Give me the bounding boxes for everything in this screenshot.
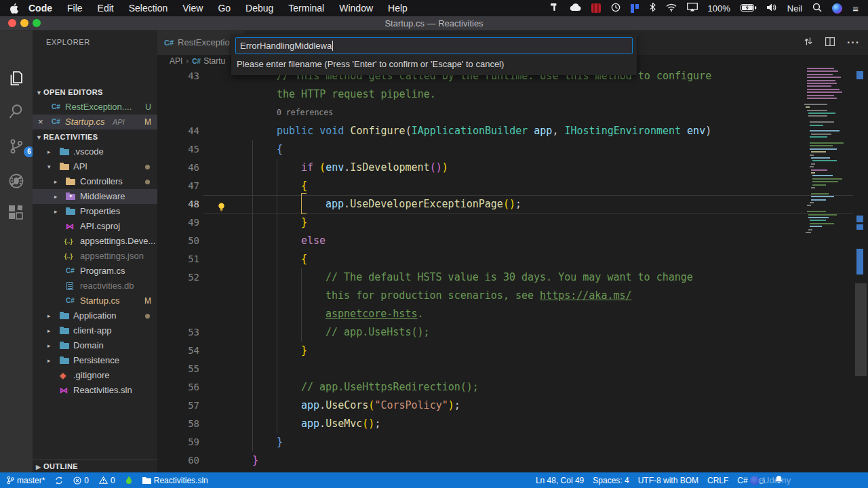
tree-item-middleware[interactable]: ▸✦Middleware	[33, 189, 157, 204]
code-line-45[interactable]: 45{	[157, 140, 853, 159]
folder-icon	[66, 209, 75, 215]
wifi-icon[interactable]	[666, 3, 677, 14]
open-editor-restexception[interactable]: C#RestException....U	[33, 100, 157, 115]
warnings-count[interactable]: 0	[99, 476, 115, 485]
menu-terminal[interactable]: Terminal	[281, 3, 332, 14]
bluetooth-icon[interactable]	[650, 3, 656, 14]
code-line-58[interactable]: 58app.UseMvc();	[157, 415, 853, 433]
code-line-51[interactable]: 51{	[157, 250, 853, 268]
code-line-53[interactable]: 53// app.UseHsts();	[157, 323, 853, 342]
line-number: 55	[157, 360, 199, 378]
code-line-59[interactable]: 59}	[157, 433, 853, 451]
code-line-wrap[interactable]: 0 references	[157, 104, 853, 122]
menu-view[interactable]: View	[175, 3, 210, 14]
file-encoding[interactable]: UTF-8 with BOM	[638, 476, 698, 485]
compare-changes-icon[interactable]	[804, 37, 813, 49]
code-line-49[interactable]: 49}	[157, 214, 853, 232]
tree-item-client-app[interactable]: ▸client-app	[33, 323, 157, 338]
cursor-position[interactable]: Ln 48, Col 49	[536, 476, 584, 485]
code-editor[interactable]: 43// This method gets called by the runt…	[157, 67, 853, 470]
volume-icon[interactable]	[767, 3, 777, 14]
tree-twisty-icon: ▸	[47, 323, 51, 338]
editor-scrollbar[interactable]	[855, 283, 867, 376]
menu-window[interactable]: Window	[332, 3, 380, 14]
tree-item-vscode[interactable]: ▸.vscode	[33, 144, 157, 159]
menu-edit[interactable]: Edit	[90, 3, 121, 14]
menu-selection[interactable]: Selection	[121, 3, 176, 14]
tree-item-appsettings-json[interactable]: {..}appsettings.json	[33, 249, 157, 264]
cloud-icon[interactable]	[569, 3, 581, 14]
siri-icon[interactable]	[832, 3, 842, 14]
open-editors-section-header[interactable]: ▼OPEN EDITORS	[33, 85, 157, 100]
code-line-57[interactable]: 57app.UseCors("CorsPolicy");	[157, 396, 853, 415]
more-actions-icon[interactable]: ···	[847, 37, 860, 49]
tree-item-program-cs[interactable]: C#Program.cs	[33, 264, 157, 279]
code-line-50[interactable]: 50else	[157, 232, 853, 250]
red-app-icon[interactable]	[591, 3, 601, 13]
code-line-wrap[interactable]: aspnetcore-hsts.	[157, 305, 853, 323]
line-number: 56	[157, 378, 199, 396]
line-number: 46	[157, 159, 199, 177]
end-of-line-setting[interactable]: CRLF	[707, 476, 728, 485]
code-line-52[interactable]: 52// The default HSTS value is 30 days. …	[157, 268, 853, 287]
source-control-icon[interactable]: 6	[7, 138, 25, 155]
time-machine-icon[interactable]	[611, 3, 620, 14]
tree-item-appsettings-deve[interactable]: {..}appsettings.Deve...	[33, 234, 157, 249]
language-mode[interactable]: C#	[737, 476, 747, 485]
extensions-icon[interactable]	[7, 205, 25, 222]
tree-item-api[interactable]: ▾API	[33, 159, 157, 174]
search-icon[interactable]	[7, 102, 25, 120]
tree-item-reactivities-sln[interactable]: ⋈Reactivities.sln	[33, 383, 157, 398]
battery-icon[interactable]	[741, 3, 757, 14]
debug-icon[interactable]	[7, 172, 25, 190]
line-number: 52	[157, 268, 199, 287]
explorer-icon[interactable]	[7, 70, 25, 87]
code-line-47[interactable]: 47{	[157, 177, 853, 195]
menu-debug[interactable]: Debug	[238, 3, 281, 14]
menu-code[interactable]: Code	[21, 3, 60, 14]
tree-item-gitignore[interactable]: ◈.gitignore	[33, 368, 157, 383]
code-line-48[interactable]: 48app.UseDeveloperExceptionPage();	[157, 195, 853, 214]
menu-go[interactable]: Go	[210, 3, 238, 14]
airplay-display-icon[interactable]	[687, 3, 698, 14]
indentation-setting[interactable]: Spaces: 4	[593, 476, 629, 485]
code-line-wrap[interactable]: the HTTP request pipeline.	[157, 85, 853, 104]
tree-item-domain[interactable]: ▸Domain	[33, 338, 157, 353]
apple-logo-icon[interactable]	[9, 3, 18, 14]
code-line-44[interactable]: 44public void Configure(IApplicationBuil…	[157, 122, 853, 140]
notification-center-icon[interactable]: ≡	[852, 3, 859, 14]
code-line-60[interactable]: 60}	[157, 451, 853, 470]
spotlight-search-icon[interactable]	[812, 3, 822, 14]
tree-item-api-csproj[interactable]: ⋈API.csproj	[33, 219, 157, 234]
outline-section-header[interactable]: ▶OUTLINE	[33, 460, 157, 472]
filename-input[interactable]: ErrorHandlingMiddlewa	[235, 37, 633, 54]
tree-item-persistence[interactable]: ▸Persistence	[33, 353, 157, 368]
tree-item-reactivities-db[interactable]: reactivities.db	[33, 279, 157, 293]
code-line-54[interactable]: 54}	[157, 342, 853, 360]
tree-item-application[interactable]: ▸Application	[33, 308, 157, 323]
code-line-56[interactable]: 56// app.UseHttpsRedirection();	[157, 378, 853, 396]
code-line-46[interactable]: 46if (env.IsDevelopment())	[157, 159, 853, 177]
split-editor-icon[interactable]	[825, 37, 835, 49]
tree-item-properties[interactable]: ▸Properties	[33, 204, 157, 219]
active-solution[interactable]: Reactivities.sln	[142, 476, 208, 485]
code-line-55[interactable]: 55	[157, 360, 853, 378]
open-editor-startup-cs[interactable]: ×C#Startup.csAPIM	[33, 115, 157, 129]
minimap[interactable]	[804, 68, 852, 291]
menu-file[interactable]: File	[60, 3, 90, 14]
project-section-header[interactable]: ▼REACTIVITIES	[33, 129, 157, 144]
window-title-bar[interactable]: Startup.cs — Reactivities	[0, 16, 868, 30]
flame-icon[interactable]	[125, 476, 132, 485]
errors-count[interactable]: 0	[73, 476, 89, 485]
tool-icon[interactable]	[550, 3, 559, 14]
git-branch-indicator[interactable]: master*	[7, 476, 45, 485]
menu-help[interactable]: Help	[380, 3, 415, 14]
tree-item-startup-cs[interactable]: C#Startup.csM	[33, 293, 157, 308]
user-name[interactable]: Neil	[787, 3, 802, 14]
code-line-wrap[interactable]: this for production scenarios, see https…	[157, 287, 853, 305]
modified-dot-badge	[145, 314, 150, 319]
tree-item-controllers[interactable]: ▸Controllers	[33, 174, 157, 189]
blue-app-icon[interactable]	[631, 4, 639, 13]
close-icon[interactable]: ×	[38, 115, 43, 129]
sync-changes-button[interactable]	[55, 476, 63, 485]
